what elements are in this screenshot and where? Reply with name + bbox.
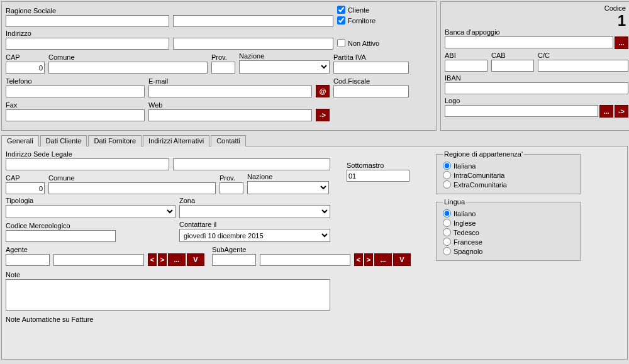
cliente-checkbox[interactable] [337, 6, 345, 14]
regione-intra-radio[interactable] [443, 171, 451, 179]
banca-lookup-button[interactable]: ... [615, 36, 628, 49]
lingua-tedesco-radio[interactable] [443, 228, 451, 236]
agente-prev-button[interactable]: < [148, 253, 157, 266]
subagente-name-input[interactable] [260, 254, 350, 266]
ragione-sociale-1-input[interactable] [6, 15, 169, 27]
email-input[interactable] [148, 85, 312, 97]
tipologia-select[interactable] [6, 205, 175, 218]
codice-label: Codice [604, 4, 626, 12]
cod-merc-input[interactable] [6, 230, 116, 242]
regione-italiana-radio[interactable] [443, 162, 451, 170]
nazione-select[interactable] [239, 60, 330, 74]
comune-input[interactable] [48, 62, 208, 74]
lingua-italiano-label: Italiano [454, 210, 476, 218]
lingua-spagnolo-label: Spagnolo [454, 248, 483, 255]
note-textarea[interactable] [6, 279, 330, 311]
iban-input[interactable] [445, 82, 628, 94]
note-label: Note [6, 271, 330, 279]
main-panel-right: Codice 1 Banca d'appoggio ... ABI CAB [440, 1, 629, 131]
ragione-sociale-2-input[interactable] [173, 15, 333, 27]
zona-label: Zona [179, 197, 330, 204]
agente-code-input[interactable] [6, 254, 50, 266]
cod-merc-label: Codice Merceologico [6, 222, 116, 229]
cap-label: CAP [6, 53, 45, 61]
indirizzo-2-input[interactable] [173, 38, 333, 50]
agente-view-button[interactable]: V [187, 253, 204, 266]
sede-legale-2-input[interactable] [173, 158, 330, 170]
banca-label: Banca d'appoggio [445, 28, 628, 36]
iban-label: IBAN [445, 74, 628, 82]
gen-comune-input[interactable] [48, 182, 216, 194]
subagente-code-input[interactable] [212, 254, 256, 266]
nazione-label: Nazione [239, 52, 330, 60]
codice-value: 1 [618, 12, 626, 30]
cc-input[interactable] [538, 60, 628, 72]
cap-input[interactable] [6, 62, 45, 74]
regione-fieldset: Regione di appartenenza' Italiana IntraC… [436, 150, 581, 194]
tab-dati-fornitore[interactable]: Dati Fornitore [88, 135, 142, 146]
logo-browse-button[interactable]: ... [599, 105, 613, 118]
sottomastro-input[interactable] [347, 170, 409, 182]
prov-input[interactable] [211, 62, 235, 74]
email-at-button[interactable]: @ [316, 85, 330, 97]
fornitore-label: Fornitore [348, 17, 376, 25]
non-attivo-label: Non Attivo [348, 40, 379, 47]
web-go-button[interactable]: -> [316, 109, 330, 121]
agente-name-input[interactable] [53, 254, 144, 266]
cod-fiscale-input[interactable] [333, 85, 409, 97]
fornitore-checkbox[interactable] [337, 16, 345, 25]
lingua-francese-label: Francese [454, 238, 482, 246]
tab-dati-cliente[interactable]: Dati Cliente [40, 135, 87, 146]
partita-iva-input[interactable] [333, 62, 409, 74]
gen-prov-input[interactable] [220, 182, 243, 194]
gen-prov-label: Prov. [220, 174, 243, 182]
logo-go-button[interactable]: -> [615, 105, 628, 118]
tipologia-label: Tipologia [6, 197, 175, 204]
comune-label: Comune [48, 53, 208, 61]
agente-lookup-button[interactable]: ... [168, 253, 186, 266]
telefono-input[interactable] [6, 85, 145, 97]
indirizzo-1-input[interactable] [6, 38, 169, 50]
agente-next-button[interactable]: > [158, 253, 167, 266]
note-auto-label: Note Automatiche su Fatture [6, 316, 330, 323]
web-input[interactable] [148, 109, 312, 121]
gen-cap-input[interactable] [6, 182, 45, 194]
lingua-italiano-radio[interactable] [443, 209, 451, 218]
abi-input[interactable] [445, 60, 487, 72]
lingua-spagnolo-radio[interactable] [443, 247, 451, 255]
cod-fiscale-label: Cod.Fiscale [333, 77, 409, 85]
zona-select[interactable] [179, 205, 330, 218]
tab-contatti[interactable]: Contatti [211, 135, 246, 146]
tab-generali[interactable]: Generali [1, 135, 39, 146]
sottomastro-label: Sottomastro [347, 162, 409, 169]
tab-panel-generali: Indirizzo Sede Legale CAP Comune [1, 146, 628, 360]
regione-legend: Regione di appartenenza' [443, 150, 524, 158]
prov-label: Prov. [211, 53, 235, 61]
lingua-inglese-radio[interactable] [443, 219, 451, 227]
email-label: E-mail [148, 77, 312, 85]
abi-label: ABI [445, 52, 487, 59]
cc-label: C/C [538, 52, 628, 59]
lingua-fieldset: Lingua Italiano Inglese Tedesco Francese… [436, 198, 581, 261]
regione-extra-radio[interactable] [443, 180, 451, 189]
sede-legale-1-input[interactable] [6, 158, 169, 170]
fax-input[interactable] [6, 109, 145, 121]
ragione-sociale-label: Ragione Sociale [6, 7, 169, 14]
telefono-label: Telefono [6, 77, 145, 85]
tab-indirizzi-alternativi[interactable]: Indirizzi Alternativi [143, 135, 209, 146]
non-attivo-checkbox[interactable] [337, 39, 345, 47]
subagente-label: SubAgente [212, 246, 256, 253]
contattare-label: Contattare il [179, 221, 330, 228]
logo-input[interactable] [445, 105, 598, 117]
regione-italiana-label: Italiana [454, 162, 476, 170]
web-label: Web [148, 101, 312, 109]
cab-label: CAB [491, 52, 534, 59]
cab-input[interactable] [491, 60, 534, 72]
contattare-select[interactable]: giovedì 10 dicembre 2015 [179, 229, 330, 242]
lingua-francese-radio[interactable] [443, 238, 451, 246]
gen-nazione-select[interactable] [247, 181, 329, 194]
indirizzo-label: Indirizzo [6, 30, 169, 37]
banca-input[interactable] [445, 36, 613, 48]
lingua-legend: Lingua [443, 198, 466, 206]
gen-comune-label: Comune [48, 174, 216, 182]
